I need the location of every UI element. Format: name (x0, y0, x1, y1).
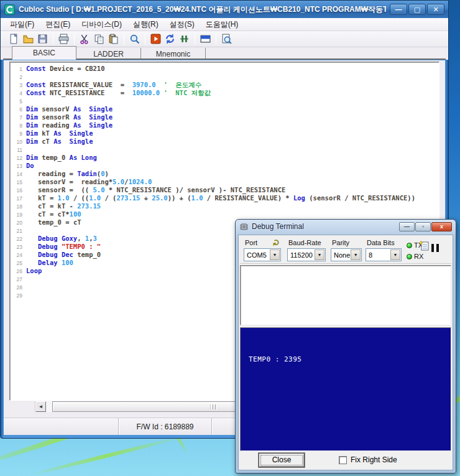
fw-id-status: F/W Id : 6189889 (119, 418, 212, 435)
pause-icon[interactable] (431, 244, 439, 252)
baud-rate-label: Baud-Rate (288, 239, 321, 246)
monitor-button[interactable] (177, 32, 191, 46)
paste-icon (108, 34, 119, 44)
terminal-output[interactable]: TEMP0 : 2395 (240, 327, 451, 451)
dt-minimize-button[interactable]: — (399, 222, 415, 231)
line-number: 17 (10, 194, 26, 202)
code-line[interactable]: 9Dim kT As Single (10, 129, 439, 138)
save-button[interactable] (35, 32, 50, 46)
menu-item-1[interactable]: 편집(E) (40, 18, 76, 31)
line-number: 29 (10, 291, 26, 299)
find-button[interactable] (127, 32, 142, 46)
code-line[interactable]: 14 reading = Tadin(0) (10, 170, 439, 178)
run-button[interactable] (149, 32, 163, 46)
toolbar-separator (53, 34, 53, 45)
line-number: 5 (10, 97, 26, 105)
refresh-ports-icon[interactable]: ↻ (271, 239, 281, 246)
line-number: 22 (10, 235, 26, 243)
line-number: 1 (10, 65, 26, 73)
copy-button[interactable] (92, 32, 106, 46)
menu-bar: 파일(F)편집(E)디바이스(D)실행(R)설정(S)도움말(H) (1, 18, 448, 31)
cut-button[interactable] (78, 32, 92, 46)
menu-item-4[interactable]: 설정(S) (164, 18, 200, 31)
line-number: 19 (10, 210, 26, 218)
tab-ladder[interactable]: LADDER (76, 48, 141, 60)
dt-close-button[interactable]: x (431, 222, 452, 231)
new-button[interactable] (7, 32, 21, 46)
toolbar-separator (195, 34, 195, 45)
code-line[interactable]: 15 sensorV = reading*5.0/1024.0 (10, 178, 439, 186)
toolbar-separator (74, 34, 75, 45)
menu-item-5[interactable]: 도움말(H) (200, 18, 244, 31)
baud-rate-select[interactable]: 115200 ▼ (287, 248, 326, 261)
print-button[interactable] (57, 32, 71, 46)
menu-item-0[interactable]: 파일(F) (4, 18, 40, 31)
plot-button[interactable] (198, 32, 213, 46)
code-line[interactable]: 13Do (10, 162, 439, 170)
title-bar[interactable]: Cubloc Studio [ D:₩1.PROJECT_2016_5_20₩2… (1, 1, 448, 18)
code-line[interactable]: 6Dim sensorV As Single (10, 105, 439, 113)
toolbar-separator (216, 34, 216, 45)
dt-maximize-button[interactable]: ▫ (415, 222, 431, 231)
toolbar (1, 31, 448, 47)
code-line[interactable]: 4Const NTC_RESISTANCE = 10000.0 ' NTC 저항… (10, 89, 439, 97)
debug-terminal-body: Port ↻ Baud-Rate Parity Data Bits COM5 ▼… (238, 235, 453, 470)
paste-button[interactable] (106, 32, 121, 46)
chevron-down-icon[interactable]: ▼ (351, 250, 361, 260)
tab-basic[interactable]: BASIC (12, 46, 76, 60)
plot-icon (200, 34, 211, 44)
line-number: 11 (10, 146, 26, 154)
parity-select[interactable]: None ▼ (331, 248, 362, 261)
scroll-left-arrow[interactable]: ◄ (35, 401, 46, 412)
maximize-button[interactable]: ▢ (408, 4, 426, 15)
chevron-down-icon[interactable]: ▼ (270, 250, 280, 260)
open-icon (23, 34, 34, 44)
line-number: 6 (10, 105, 26, 113)
reset-button[interactable] (163, 32, 177, 46)
fix-right-side-checkbox[interactable] (339, 456, 347, 464)
minimize-button[interactable]: — (390, 4, 407, 15)
code-line[interactable]: 11 (10, 146, 439, 154)
dt-close-dialog-button[interactable]: Close (259, 453, 305, 467)
code-line[interactable]: 17 kT = 1.0 / ((1.0 / (273.15 + 25.0)) +… (10, 194, 439, 202)
chevron-down-icon[interactable]: ▼ (390, 250, 400, 260)
terminal-send-box[interactable] (240, 265, 451, 325)
tab-mnemonic[interactable]: Mnemonic (141, 48, 206, 60)
code-line[interactable]: 3Const RESISTANCE_VALUE = 3970.0 ' 온도계수 (10, 81, 439, 89)
log-to-file-icon[interactable] (419, 240, 430, 251)
menu-item-2[interactable]: 디바이스(D) (76, 18, 127, 31)
code-line[interactable]: 10Dim cT As Single (10, 138, 439, 146)
toolbar-separator (124, 34, 124, 45)
code-line[interactable]: 7Dim sensorR As Single (10, 113, 439, 121)
code-line[interactable]: 12Dim temp_0 As Long (10, 154, 439, 162)
status-cell-left (4, 418, 119, 435)
close-button[interactable]: ✕ (427, 4, 444, 15)
code-line[interactable]: 8Dim reading As Single (10, 121, 439, 129)
line-number: 20 (10, 218, 26, 226)
debug-terminal-titlebar[interactable]: Debug Terminal — ▫ x (236, 220, 456, 233)
print-icon (58, 34, 69, 44)
line-number: 12 (10, 154, 26, 162)
code-line[interactable]: 1Const Device = CB210 (10, 65, 439, 73)
line-number: 13 (10, 162, 26, 170)
menu-item-3[interactable]: 실행(R) (127, 18, 164, 31)
line-number: 8 (10, 121, 26, 129)
data-bits-label: Data Bits (367, 239, 395, 246)
line-number: 9 (10, 129, 26, 138)
fix-right-side-option[interactable]: Fix Right Side (339, 455, 397, 464)
tx-led-icon (407, 243, 412, 248)
code-line[interactable]: 2 (10, 73, 439, 81)
code-line[interactable]: 16 sensorR = (( 5.0 * NTC_RESISTANCE )/ … (10, 186, 439, 194)
preview-button[interactable] (219, 32, 234, 46)
line-number: 28 (10, 283, 26, 291)
chevron-down-icon[interactable]: ▼ (315, 250, 324, 260)
code-line[interactable]: 19 cT = cT*100 (10, 210, 439, 218)
line-number: 15 (10, 178, 26, 186)
open-button[interactable] (21, 32, 35, 46)
data-bits-select[interactable]: 8 ▼ (366, 248, 402, 261)
port-select[interactable]: COM5 ▼ (244, 248, 281, 261)
code-line[interactable]: 5 (10, 97, 439, 105)
line-number: 26 (10, 267, 26, 275)
port-label: Port (245, 239, 257, 246)
code-line[interactable]: 18 cT = kT - 273.15 (10, 202, 439, 210)
